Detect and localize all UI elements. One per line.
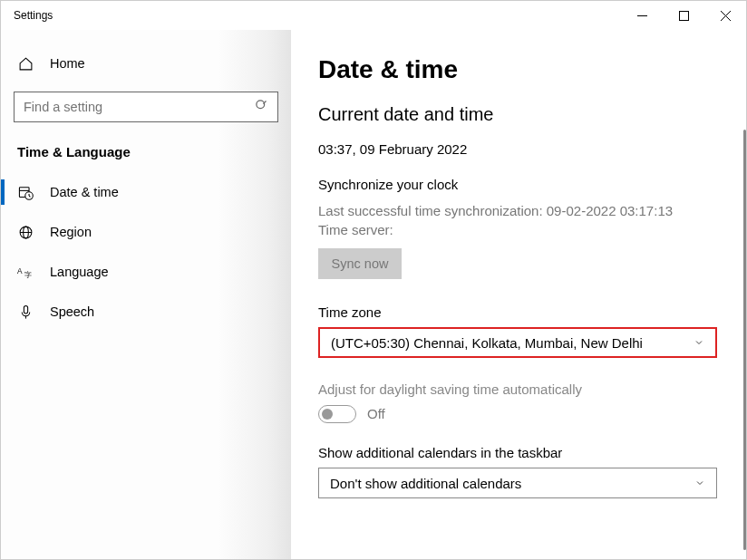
calendars-dropdown[interactable]: Don't show additional calendars	[318, 468, 717, 498]
svg-point-4	[257, 100, 265, 108]
svg-rect-16	[24, 305, 27, 314]
home-label: Home	[50, 56, 85, 71]
svg-text:字: 字	[24, 270, 32, 278]
sidebar-item-date-time[interactable]: Date & time	[1, 172, 291, 212]
scrollbar[interactable]	[743, 130, 746, 550]
main-content: Date & time Current date and time 03:37,…	[291, 30, 746, 559]
sync-last-text: Last successful time synchronization: 09…	[318, 201, 719, 220]
search-input[interactable]	[14, 92, 278, 122]
sidebar-item-label: Date & time	[50, 185, 119, 199]
chevron-down-icon	[694, 476, 705, 491]
language-icon: A字	[17, 264, 34, 280]
titlebar: Settings	[1, 1, 746, 30]
sidebar-item-label: Region	[50, 225, 92, 239]
dst-toggle	[318, 405, 356, 423]
search-field[interactable]	[24, 100, 255, 114]
timezone-value: (UTC+05:30) Chennai, Kolkata, Mumbai, Ne…	[331, 335, 643, 351]
dst-state: Off	[367, 404, 385, 423]
chevron-down-icon	[694, 335, 704, 351]
sync-heading: Synchronize your clock	[318, 177, 719, 192]
globe-icon	[17, 224, 34, 240]
calendars-value: Don't show additional calendars	[330, 476, 521, 491]
close-icon	[721, 11, 731, 21]
search-icon	[255, 99, 268, 116]
calendar-clock-icon	[17, 184, 34, 200]
close-button[interactable]	[704, 1, 746, 30]
sync-server-text: Time server:	[318, 220, 719, 239]
home-icon	[17, 55, 34, 72]
dst-label: Adjust for daylight saving time automati…	[318, 381, 719, 397]
timezone-label: Time zone	[318, 304, 719, 320]
sidebar: Home Time & Language Date & time	[1, 30, 291, 559]
section-current-datetime: Current date and time	[318, 104, 719, 125]
svg-text:A: A	[17, 267, 23, 275]
calendars-label: Show additional calendars in the taskbar	[318, 445, 719, 460]
current-datetime-value: 03:37, 09 February 2022	[318, 141, 719, 157]
sync-now-button[interactable]: Sync now	[318, 248, 402, 279]
page-title: Date & time	[318, 55, 719, 84]
sidebar-item-language[interactable]: A字 Language	[1, 252, 291, 292]
maximize-icon	[679, 11, 689, 21]
sidebar-item-region[interactable]: Region	[1, 212, 291, 252]
sidebar-category: Time & Language	[1, 135, 291, 172]
home-link[interactable]: Home	[1, 46, 291, 81]
sidebar-item-label: Language	[50, 265, 109, 279]
maximize-button[interactable]	[663, 1, 704, 30]
sidebar-item-speech[interactable]: Speech	[1, 292, 291, 332]
window-title: Settings	[14, 9, 621, 22]
svg-rect-1	[679, 11, 688, 20]
minimize-button[interactable]	[621, 1, 663, 30]
timezone-dropdown[interactable]: (UTC+05:30) Chennai, Kolkata, Mumbai, Ne…	[318, 327, 717, 358]
microphone-icon	[17, 304, 34, 320]
sidebar-item-label: Speech	[50, 304, 94, 319]
minimize-icon	[637, 11, 647, 21]
